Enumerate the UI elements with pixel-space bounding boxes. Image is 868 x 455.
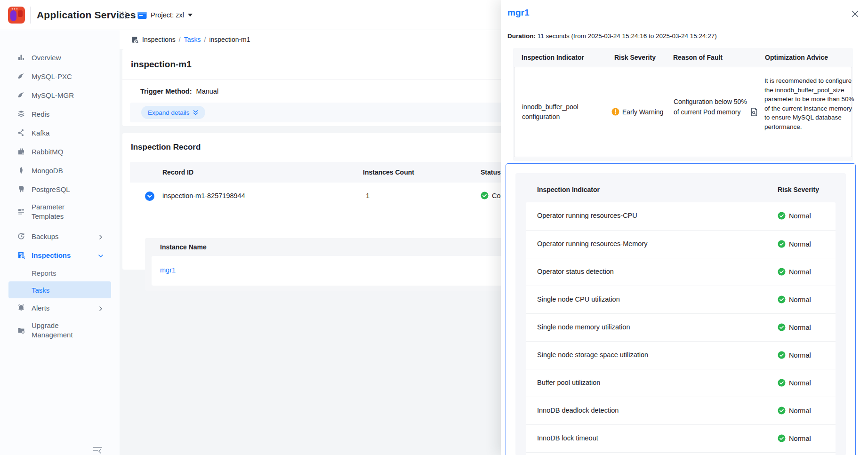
caret-down-icon xyxy=(188,14,193,16)
close-icon[interactable] xyxy=(852,10,859,17)
breadcrumb-current: inspection-m1 xyxy=(209,36,250,43)
severity-label: Normal xyxy=(789,379,811,387)
column-optimization-advice: Optimization Advice xyxy=(765,54,828,61)
project-selector[interactable]: Project: zxl xyxy=(137,0,193,30)
indicator-severity: Normal xyxy=(778,212,811,220)
expand-details-button[interactable]: Expand details xyxy=(141,106,205,119)
severity-label: Normal xyxy=(789,435,811,442)
bar-chart-icon xyxy=(17,53,25,62)
indicator-row: Single node memory utilization Normal xyxy=(526,313,836,341)
sidebar-item-label: Reports xyxy=(32,269,56,277)
duration-label: Duration: xyxy=(507,32,536,40)
check-circle-icon xyxy=(778,351,786,359)
normal-indicators-box: Inspection Indicator Risk Severity Opera… xyxy=(506,163,856,455)
column-risk-severity: Risk Severity xyxy=(778,186,819,193)
app-grid-icon[interactable] xyxy=(118,10,128,20)
dolphin-icon xyxy=(17,91,25,99)
breadcrumb-tasks[interactable]: Tasks xyxy=(184,36,201,43)
rabbitmq-icon xyxy=(17,147,25,156)
severity-label: Normal xyxy=(789,268,811,276)
sidebar-item-postgresql[interactable]: PostgreSQL xyxy=(0,180,120,199)
indicator-list: Operator running resources-CPU Normal Op… xyxy=(526,202,836,455)
leaf-icon xyxy=(17,166,25,175)
sidebar-item-mongodb[interactable]: MongoDB xyxy=(0,161,120,180)
severity-label: Normal xyxy=(789,351,811,359)
dolphin-icon xyxy=(17,72,25,80)
sidebar-item-alerts[interactable]: Alerts xyxy=(0,298,120,317)
sidebar-item-tasks[interactable]: Tasks xyxy=(8,281,111,298)
column-status: Status xyxy=(481,168,501,176)
check-circle-icon xyxy=(481,192,489,200)
column-inspection-indicator: Inspection Indicator xyxy=(522,54,584,61)
check-circle-icon xyxy=(778,379,786,387)
indicator-label: Single node memory utilization xyxy=(537,323,630,331)
check-circle-icon xyxy=(778,268,786,276)
page-title: inspection-m1 xyxy=(131,59,192,70)
sidebar-item-upgrade-management[interactable]: Upgrade Management xyxy=(0,317,120,343)
indicator-row: Buffer pool utilization Normal xyxy=(526,369,836,397)
collapse-row-icon[interactable] xyxy=(145,192,154,201)
column-reason-of-fault: Reason of Fault xyxy=(673,54,723,61)
indicator-severity: Normal xyxy=(778,268,811,276)
fault-table-header: Inspection Indicator Risk Severity Reaso… xyxy=(513,48,853,67)
column-instance-name: Instance Name xyxy=(160,243,207,251)
sidebar-item-redis[interactable]: Redis xyxy=(0,104,120,123)
sidebar-item-inspections[interactable]: Inspections xyxy=(0,246,120,264)
instance-link-mgr1[interactable]: mgr1 xyxy=(160,266,176,274)
indicator-row: Operator status detection Normal xyxy=(526,258,836,286)
indicator-severity: Normal xyxy=(778,351,811,359)
indicator-severity: Normal xyxy=(778,295,811,303)
sidebar-item-reports[interactable]: Reports xyxy=(0,264,120,281)
fault-advice: It is recommended to configure the innod… xyxy=(764,76,856,131)
column-risk-severity: Risk Severity xyxy=(614,54,656,61)
sidebar-item-parameter-templates[interactable]: Parameter Templates xyxy=(0,199,120,225)
sidebar-item-label: MySQL-MGR xyxy=(32,91,74,99)
sidebar-item-label: Backups xyxy=(32,232,59,240)
sidebar-item-rabbitmq[interactable]: RabbitMQ xyxy=(0,142,120,161)
check-circle-icon xyxy=(778,212,786,220)
severity-label: Normal xyxy=(789,212,811,220)
alarm-icon xyxy=(17,303,25,312)
section-title: Inspection Record xyxy=(131,143,201,152)
indicator-label: InnoDB lock timeout xyxy=(537,434,598,442)
project-icon xyxy=(137,11,147,19)
sidebar-item-backups[interactable]: Backups xyxy=(0,227,120,246)
sidebar-item-mysql-pxc[interactable]: MySQL-PXC xyxy=(0,67,120,86)
breadcrumb-inspections[interactable]: Inspections xyxy=(142,36,176,43)
severity-label: Normal xyxy=(789,240,811,248)
sidebar-item-label: Parameter Templates xyxy=(32,202,93,221)
sidebar: Overview MySQL-PXC MySQL-MGR Redis Kafka xyxy=(0,0,120,455)
severity-label: Normal xyxy=(789,324,811,331)
kafka-icon xyxy=(17,128,25,137)
indicator-severity: Normal xyxy=(778,240,811,248)
record-id: inspection-m1-8257198944 xyxy=(162,192,245,200)
indicator-label: Operator running resources-CPU xyxy=(537,212,637,219)
sidebar-item-kafka[interactable]: Kafka xyxy=(0,123,120,142)
check-circle-icon xyxy=(778,434,786,442)
check-circle-icon xyxy=(778,240,786,248)
check-circle-icon xyxy=(778,323,786,331)
indicator-row: Single node storage space utilization No… xyxy=(526,341,836,369)
fault-reason: Configuration below 50% of current Pod m… xyxy=(674,96,749,117)
expand-details-label: Expand details xyxy=(148,109,190,116)
sidebar-item-label: RabbitMQ xyxy=(32,148,64,156)
trigger-method-label: Trigger Method: xyxy=(140,88,192,95)
check-circle-icon xyxy=(778,295,786,303)
sidebar-item-mysql-mgr[interactable]: MySQL-MGR xyxy=(0,86,120,104)
column-inspection-indicator: Inspection Indicator xyxy=(537,186,600,193)
normal-indicators-table: Inspection Indicator Risk Severity Opera… xyxy=(515,173,846,455)
file-search-icon[interactable] xyxy=(750,107,758,117)
indicator-row: InnoDB lock timeout Normal xyxy=(526,424,836,452)
trigger-method-row: Trigger Method: Manual xyxy=(140,88,218,95)
indicator-row-partial xyxy=(526,452,836,455)
header-divider xyxy=(30,7,31,24)
sidebar-item-label: Redis xyxy=(32,110,49,118)
template-icon xyxy=(17,208,25,216)
sidebar-item-overview[interactable]: Overview xyxy=(0,48,120,67)
collapse-sidebar-icon[interactable] xyxy=(92,446,103,454)
indicator-label: Single node CPU utilization xyxy=(537,295,620,303)
sidebar-item-label: Alerts xyxy=(32,304,49,312)
sidebar-item-label: MongoDB xyxy=(32,167,63,175)
indicator-row: Operator running resources-CPU Normal xyxy=(526,202,836,230)
sidebar-nav: Overview MySQL-PXC MySQL-MGR Redis Kafka xyxy=(0,48,120,343)
